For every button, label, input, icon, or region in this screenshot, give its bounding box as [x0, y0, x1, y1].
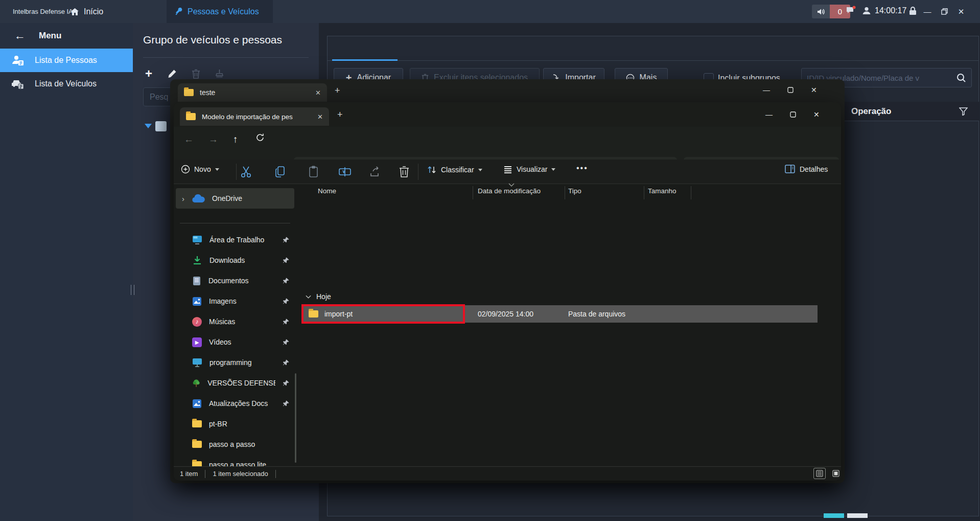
share-icon[interactable]: [369, 165, 382, 178]
column-header-nome[interactable]: Nome: [318, 187, 336, 195]
nav-back-icon[interactable]: ←: [184, 134, 194, 145]
sidebar-item-downloads[interactable]: Downloads: [176, 250, 294, 270]
sidebar-item-label: Lista de Veículos: [35, 79, 97, 88]
back-arrow-icon[interactable]: ←: [14, 29, 26, 42]
sidebar-item-programming[interactable]: programming: [176, 352, 294, 373]
explorer-back-tab[interactable]: teste ✕: [178, 83, 327, 102]
rename-icon[interactable]: [338, 165, 352, 178]
sidebar-item-videos[interactable]: ▶ Vídeos: [176, 332, 294, 352]
thumbnail-view-toggle[interactable]: [830, 468, 841, 479]
window-minimize-icon[interactable]: —: [763, 86, 770, 94]
details-view-toggle[interactable]: [813, 468, 826, 479]
sidebar-menu-header: ← Menu: [0, 23, 133, 49]
column-header-data[interactable]: Data de modificação: [478, 187, 541, 195]
app-close-button[interactable]: ✕: [953, 0, 969, 23]
sort-chevron-icon: [508, 183, 515, 187]
downloads-icon: [192, 256, 202, 265]
more-options-icon[interactable]: •••: [576, 164, 588, 173]
sidebar-item-versoes-defense-ia[interactable]: VERSÕES DEFENSE IA: [176, 373, 294, 393]
video-icon: ▶: [192, 337, 202, 347]
tab-inicio[interactable]: Início: [71, 0, 103, 23]
refresh-icon[interactable]: [255, 133, 265, 142]
app-titlebar: Intelbras Defense IA Início Pessoas e Ve…: [0, 0, 980, 23]
sidebar-item-passo-a-passo[interactable]: passo a passo: [176, 434, 294, 455]
sidebar-item-documentos[interactable]: Documentos: [176, 270, 294, 291]
app-minimize-button[interactable]: —: [920, 0, 935, 23]
explorer-addressbar: ← → ↑ › Downloads › teste › Modelo de im…: [174, 127, 841, 160]
close-icon: ✕: [958, 7, 965, 16]
folder-icon: [192, 441, 202, 448]
sidebar-item-lista-de-veiculos[interactable]: Lista de Veículos: [0, 72, 133, 96]
user-icon[interactable]: [861, 6, 872, 16]
clean-group-button[interactable]: [214, 67, 225, 80]
nav-forward-icon[interactable]: →: [208, 134, 218, 145]
pin-icon: [283, 359, 289, 366]
filter-icon[interactable]: [959, 107, 968, 116]
new-tab-button[interactable]: +: [335, 85, 340, 96]
car-list-icon: [11, 78, 25, 90]
chevron-down-icon: [306, 295, 311, 299]
sort-button[interactable]: Classificar: [427, 165, 482, 175]
tab-pessoas-veiculos[interactable]: Pessoas e Veículos: [167, 0, 273, 23]
tab-close-icon[interactable]: ✕: [315, 89, 321, 97]
pencil-icon: [168, 69, 177, 78]
pin-icon: [283, 298, 289, 305]
bottom-accent-bar[interactable]: [824, 513, 844, 518]
bottom-accent-bar-2[interactable]: [847, 513, 868, 518]
chevron-down-icon: [145, 124, 152, 128]
tab-divider: [328, 60, 978, 61]
minimize-icon: —: [924, 7, 931, 16]
pin-icon: [283, 319, 289, 325]
group-row-hoje[interactable]: Hoje: [306, 292, 331, 301]
sidebar-item-lista-de-pessoas[interactable]: Lista de Pessoas: [0, 49, 133, 72]
column-header-tipo[interactable]: Tipo: [568, 187, 581, 195]
sidebar-item-onedrive[interactable]: › OneDrive: [176, 188, 294, 209]
group-tree-item-icon: [155, 121, 167, 131]
volume-control[interactable]: 0: [812, 5, 850, 18]
sidebar-item-atualizacoes-docs[interactable]: Atualizações Docs: [176, 393, 294, 414]
thumbnail-view-icon: [832, 470, 839, 477]
edit-group-button[interactable]: [167, 67, 178, 80]
notifications-icon[interactable]: [846, 6, 856, 16]
sort-icon: [427, 165, 437, 175]
window-maximize-icon[interactable]: [790, 111, 796, 118]
explorer-tab[interactable]: Modelo de importação de pes ✕: [180, 107, 329, 126]
tree-icon: [192, 378, 200, 388]
new-button[interactable]: Novo: [181, 165, 219, 174]
chevron-down-icon: [215, 168, 219, 171]
explorer-toolbar: Novo Classificar Visualizar •••: [174, 160, 841, 184]
copy-icon[interactable]: [274, 165, 286, 178]
nav-up-icon[interactable]: ↑: [233, 134, 238, 145]
add-group-button[interactable]: +: [143, 67, 154, 80]
paste-icon[interactable]: [308, 165, 320, 178]
tab-close-icon[interactable]: ✕: [317, 113, 323, 121]
window-close-icon[interactable]: ✕: [813, 110, 820, 119]
screen: Intelbras Defense IA Início Pessoas e Ve…: [0, 0, 980, 521]
sidebar-collapse-handle[interactable]: [131, 285, 134, 295]
window-minimize-icon[interactable]: —: [765, 110, 773, 119]
sidebar-item-imagens[interactable]: Imagens: [176, 291, 294, 311]
search-icon[interactable]: [956, 73, 971, 83]
group-tree-expander[interactable]: [145, 124, 152, 128]
app-sidebar: [0, 23, 133, 521]
home-icon: [71, 8, 79, 16]
sidebar-item-pt-br[interactable]: pt-BR: [176, 414, 294, 434]
details-pane-button[interactable]: Detalhes: [785, 165, 828, 173]
new-tab-button[interactable]: +: [337, 109, 343, 120]
view-button[interactable]: Visualizar: [503, 165, 555, 174]
column-header-tamanho[interactable]: Tamanho: [648, 187, 676, 195]
app-restore-button[interactable]: [937, 0, 952, 23]
onedrive-cloud-icon: [192, 194, 205, 203]
sidebar-scrollbar[interactable]: [295, 373, 296, 463]
lock-icon[interactable]: [908, 6, 917, 15]
pin-icon: [283, 400, 289, 407]
cut-icon[interactable]: [240, 165, 252, 178]
delete-icon[interactable]: [399, 165, 410, 178]
window-close-icon[interactable]: ✕: [811, 86, 817, 94]
chevron-right-icon[interactable]: ›: [182, 194, 184, 203]
sidebar-item-area-de-trabalho[interactable]: Área de Trabalho: [176, 230, 294, 250]
sidebar-item-musicas[interactable]: ♪ Músicas: [176, 311, 294, 332]
menu-label: Menu: [39, 31, 61, 41]
window-maximize-icon[interactable]: [787, 87, 794, 93]
delete-group-button[interactable]: [190, 67, 201, 80]
